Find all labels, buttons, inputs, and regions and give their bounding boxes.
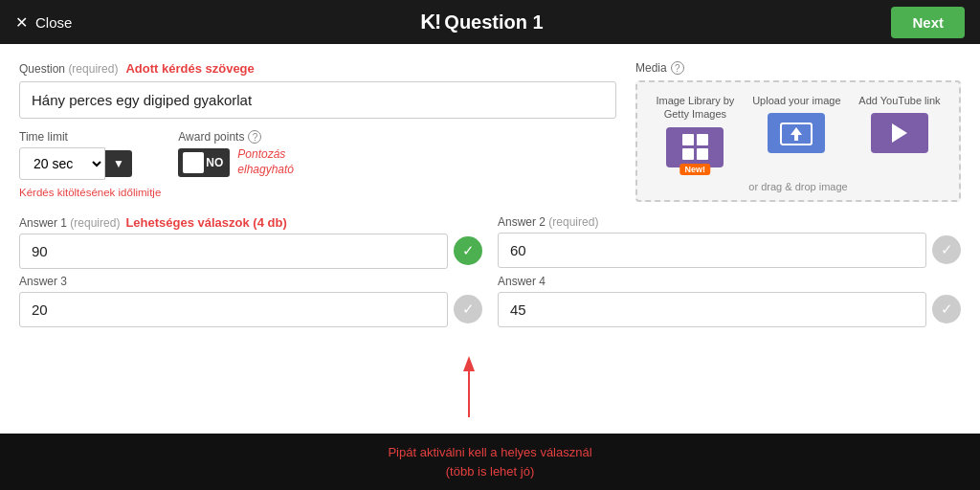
main-content: Question (required) Adott kérdés szövege… bbox=[0, 44, 980, 434]
upload-svg-icon bbox=[779, 118, 813, 148]
answer-1-label-row: Answer 1 (required) Lehetséges válaszok … bbox=[19, 215, 482, 230]
getty-grid-icon bbox=[682, 134, 708, 160]
answer-col-3: Answer 3 ✓ bbox=[19, 275, 482, 327]
close-x-icon: ✕ bbox=[15, 13, 28, 32]
toggle-row: NO Pontozás elhagyható bbox=[178, 147, 294, 177]
answer-2-label: Answer 2 (required) bbox=[498, 215, 598, 229]
media-label: Media bbox=[635, 61, 667, 75]
media-label-row: Media ? bbox=[635, 61, 961, 75]
header-title: K! Question 1 bbox=[420, 10, 544, 34]
time-points-row: Time limit 20 sec 5 sec 10 sec 30 sec 1 … bbox=[19, 130, 616, 198]
award-points-toggle[interactable]: NO bbox=[178, 148, 230, 177]
answer-4-input-row: ✓ bbox=[498, 292, 961, 327]
close-label: Close bbox=[35, 14, 72, 31]
toggle-no-label: NO bbox=[206, 156, 223, 169]
answer-4-input[interactable] bbox=[498, 292, 926, 327]
media-getty-label: Image Library byGetty Images bbox=[656, 94, 734, 122]
answer-4-label: Answer 4 bbox=[498, 275, 546, 288]
pontozas-line1: Pontozás bbox=[237, 147, 294, 163]
answer-2-check-button[interactable]: ✓ bbox=[932, 235, 961, 264]
media-help-icon[interactable]: ? bbox=[671, 61, 684, 75]
media-upload-icon bbox=[768, 113, 825, 153]
answer-col-2: Answer 2 (required) ✓ bbox=[498, 215, 961, 269]
media-section: Media ? Image Library byGetty Images bbox=[635, 61, 961, 202]
award-label: Award points bbox=[178, 130, 244, 144]
answer-2-label-row: Answer 2 (required) bbox=[498, 215, 961, 229]
header: ✕ Close K! Question 1 Next bbox=[0, 0, 980, 44]
drag-drop-text: or drag & drop image bbox=[748, 181, 847, 192]
answer-1-input-row: ✓ bbox=[19, 234, 482, 269]
award-label-row: Award points ? bbox=[178, 130, 294, 144]
bottom-bar: Pipát aktiválni kell a helyes válasznál … bbox=[0, 434, 980, 490]
media-option-upload[interactable]: Upload your image bbox=[752, 94, 840, 167]
bottom-annotation-line1: Pipát aktiválni kell a helyes válasznál bbox=[388, 445, 591, 459]
answer-3-input-row: ✓ bbox=[19, 292, 482, 327]
answers-section: Answer 1 (required) Lehetséges válaszok … bbox=[19, 215, 961, 327]
answer-1-label: Answer 1 (required) bbox=[19, 216, 120, 230]
media-youtube-label: Add YouTube link bbox=[858, 94, 940, 107]
time-annotation: Kérdés kitöltésének időlimitje bbox=[19, 187, 161, 198]
answer-col-1: Answer 1 (required) Lehetséges válaszok … bbox=[19, 215, 482, 269]
time-dropdown-button[interactable]: ▼ bbox=[105, 150, 132, 177]
media-youtube-icon bbox=[871, 113, 928, 153]
new-badge: New! bbox=[680, 164, 711, 175]
answer-3-label: Answer 3 bbox=[19, 275, 67, 288]
question-label-row: Question (required) Adott kérdés szövege bbox=[19, 61, 616, 76]
time-limit-section: Time limit 20 sec 5 sec 10 sec 30 sec 1 … bbox=[19, 130, 161, 198]
answer-1-check-button[interactable]: ✓ bbox=[454, 236, 482, 265]
time-limit-label: Time limit bbox=[19, 130, 161, 144]
answer-2-input[interactable] bbox=[498, 233, 926, 268]
answer-4-label-row: Answer 4 bbox=[498, 275, 961, 288]
media-upload-label: Upload your image bbox=[752, 94, 840, 107]
pontozas-annotation-block: Pontozás elhagyható bbox=[237, 147, 294, 177]
answers-annotation: Lehetséges válaszok (4 db) bbox=[125, 215, 286, 230]
close-button[interactable]: ✕ Close bbox=[15, 13, 72, 32]
pontozas-line2: elhagyható bbox=[237, 163, 294, 178]
bottom-annotation-line2: (több is lehet jó) bbox=[446, 464, 535, 479]
answer-2-input-row: ✓ bbox=[498, 233, 961, 268]
media-box: Image Library byGetty Images New! bbox=[635, 80, 961, 202]
answer-3-check-button[interactable]: ✓ bbox=[454, 295, 482, 323]
youtube-play-icon bbox=[892, 123, 907, 143]
question-annotation: Adott kérdés szövege bbox=[125, 61, 254, 76]
award-points-section: Award points ? NO Pontozás elhagyható bbox=[178, 130, 294, 177]
answer-3-input[interactable] bbox=[19, 292, 448, 327]
answer-col-4: Answer 4 ✓ bbox=[498, 275, 961, 327]
time-limit-select[interactable]: 20 sec 5 sec 10 sec 30 sec 1 min 2 min bbox=[19, 147, 105, 180]
answers-row-2: Answer 3 ✓ Answer 4 ✓ bbox=[19, 275, 961, 327]
media-getty-icon: New! bbox=[666, 127, 724, 167]
media-option-getty[interactable]: Image Library byGetty Images New! bbox=[656, 94, 734, 167]
next-button[interactable]: Next bbox=[891, 7, 965, 38]
question-section: Question (required) Adott kérdés szövege… bbox=[19, 61, 616, 202]
question-label: Question (required) bbox=[19, 62, 118, 76]
answer-1-input[interactable] bbox=[19, 234, 448, 269]
main-wrapper: Question (required) Adott kérdés szövege… bbox=[0, 44, 980, 434]
svg-marker-1 bbox=[791, 127, 802, 141]
media-option-youtube[interactable]: Add YouTube link bbox=[858, 94, 940, 167]
question-input[interactable] bbox=[19, 81, 616, 119]
answers-row-1: Answer 1 (required) Lehetséges válaszok … bbox=[19, 215, 961, 269]
toggle-knob bbox=[183, 152, 204, 173]
time-limit-select-row: 20 sec 5 sec 10 sec 30 sec 1 min 2 min ▼ bbox=[19, 147, 161, 180]
kahoot-logo: K! bbox=[420, 10, 440, 34]
answer-3-label-row: Answer 3 bbox=[19, 275, 482, 288]
award-points-help-icon[interactable]: ? bbox=[248, 130, 261, 144]
question-title: Question 1 bbox=[444, 11, 543, 33]
top-row: Question (required) Adott kérdés szövege… bbox=[19, 61, 961, 202]
media-options-row: Image Library byGetty Images New! bbox=[647, 94, 949, 167]
answer-4-check-button[interactable]: ✓ bbox=[932, 295, 961, 323]
